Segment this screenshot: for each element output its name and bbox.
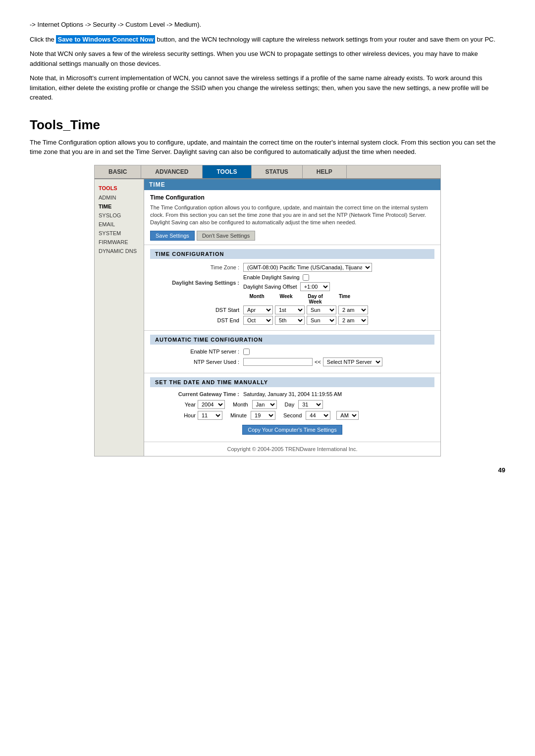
minute-label: Minute	[230, 412, 247, 418]
time-config-header: TIME CONFIGURATION	[150, 249, 434, 259]
nav-tabs: BASIC ADVANCED TOOLS STATUS HELP	[95, 165, 440, 179]
section-title: Tools_Time	[30, 117, 505, 133]
copy-btn-container: Copy Your Computer's Time Settings	[150, 425, 434, 435]
current-time-label: Current Gateway Time :	[150, 391, 239, 397]
settings-buttons: Save Settings Don't Save Settings	[150, 231, 434, 241]
intro-line4: Note that, in Microsoft's current implem…	[30, 73, 505, 102]
sidebar-item-syslog[interactable]: SYSLOG	[95, 211, 144, 220]
enable-ntp-row: Enable NTP server :	[150, 349, 434, 355]
ampm-select[interactable]: AM	[336, 411, 359, 420]
dst-end-week-select[interactable]: 5th	[275, 316, 305, 325]
hour-minute-second-row: Hour 11 Minute 19 Second 44 AM	[156, 411, 434, 420]
year-select[interactable]: 2004	[198, 400, 225, 409]
main-header: TIME	[144, 179, 440, 190]
ntp-server-separator: <<	[315, 359, 321, 365]
sidebar-item-system[interactable]: SYSTEM	[95, 229, 144, 238]
col-time-header: Time	[331, 294, 358, 304]
second-select[interactable]: 44	[306, 411, 330, 420]
tab-basic[interactable]: BASIC	[95, 165, 141, 178]
panel-body: TOOLS ADMIN TIME SYSLOG EMAIL SYSTEM FIR…	[95, 179, 440, 456]
col-week-header: Week	[272, 294, 300, 304]
time-config-section: Time Configuration The Time Configuratio…	[144, 190, 440, 245]
section-description: The Time Configuration option allows you…	[30, 138, 505, 157]
main-content: TIME Time Configuration The Time Configu…	[144, 179, 440, 456]
daylight-offset-row: Daylight Saving Offset +1:00	[243, 282, 330, 291]
year-month-day-row: Year 2004 Month Jan Day 31	[156, 400, 434, 409]
ntp-server-select[interactable]: Select NTP Server	[323, 357, 382, 366]
enable-daylight-row: Enable Daylight Saving	[243, 274, 330, 281]
manual-time-section: SET THE DATE AND TIME MANUALLY Current G…	[144, 373, 440, 442]
timezone-label: Time Zone :	[150, 264, 239, 270]
minute-select[interactable]: 19	[251, 411, 275, 420]
enable-daylight-label: Enable Daylight Saving	[243, 274, 300, 280]
dst-end-row: DST End Oct 5th Sun 2 am	[150, 316, 434, 325]
timezone-row: Time Zone : (GMT-08:00) Pacific Time (US…	[150, 263, 434, 272]
auto-time-section: AUTOMATIC TIME CONFIGURATION Enable NTP …	[144, 331, 440, 373]
sidebar-item-dynamic-dns[interactable]: DYNAMIC DNS	[95, 247, 144, 255]
col-month-header: Month	[243, 294, 270, 304]
dst-end-time-select[interactable]: 2 am	[338, 316, 368, 325]
time-config-desc: The Time Configuration option allows you…	[150, 204, 434, 227]
sidebar-item-firmware[interactable]: FIRMWARE	[95, 238, 144, 247]
daylight-saving-row: Daylight Saving Settings : Enable Daylig…	[150, 274, 434, 291]
day-label: Day	[285, 402, 295, 407]
ntp-server-row: NTP Server Used : << Select NTP Server	[150, 357, 434, 366]
day-select[interactable]: 31	[298, 400, 323, 409]
dst-start-month-select[interactable]: Apr	[243, 305, 273, 314]
intro-line3: Note that WCN only saves a few of the wi…	[30, 49, 505, 68]
copy-time-button[interactable]: Copy Your Computer's Time Settings	[242, 425, 342, 435]
year-label: Year	[156, 402, 196, 407]
timezone-select[interactable]: (GMT-08:00) Pacific Time (US/Canada), Ti…	[243, 263, 372, 272]
dst-start-dow-select[interactable]: Sun	[307, 305, 336, 314]
router-panel: BASIC ADVANCED TOOLS STATUS HELP TOOLS A…	[94, 165, 441, 456]
hour-select[interactable]: 11	[198, 411, 222, 420]
dst-end-month-select[interactable]: Oct	[243, 316, 273, 325]
dst-start-week-select[interactable]: 1st	[275, 305, 305, 314]
dst-col-headers: Month Week Day of Week Time	[243, 294, 434, 304]
daylight-saving-controls: Enable Daylight Saving Daylight Saving O…	[243, 274, 330, 291]
dst-start-label: DST Start	[150, 307, 239, 313]
dst-end-label: DST End	[150, 317, 239, 323]
time-configuration-block: TIME CONFIGURATION Time Zone : (GMT-08:0…	[144, 245, 440, 331]
dst-start-row: DST Start Apr 1st Sun 2 am	[150, 305, 434, 314]
enable-ntp-label: Enable NTP server :	[150, 349, 239, 354]
save-settings-button[interactable]: Save Settings	[150, 231, 195, 241]
sidebar-header: TOOLS	[95, 183, 144, 193]
time-config-subtitle: Time Configuration	[150, 194, 434, 201]
daylight-saving-label: Daylight Saving Settings :	[150, 280, 239, 286]
tab-status[interactable]: STATUS	[252, 165, 303, 178]
dont-save-settings-button[interactable]: Don't Save Settings	[197, 231, 255, 241]
month-label: Month	[233, 402, 248, 407]
month-select[interactable]: Jan	[252, 400, 277, 409]
sidebar-item-time[interactable]: TIME	[95, 202, 144, 211]
current-time-value: Saturday, January 31, 2004 11:19:55 AM	[243, 391, 342, 397]
daylight-offset-label: Daylight Saving Offset	[243, 284, 297, 290]
sidebar-item-email[interactable]: EMAIL	[95, 220, 144, 229]
copyright: Copyright © 2004-2005 TRENDware Internat…	[144, 442, 440, 456]
dst-end-dow-select[interactable]: Sun	[307, 316, 336, 325]
sidebar-item-admin[interactable]: ADMIN	[95, 193, 144, 202]
hour-label: Hour	[156, 412, 196, 418]
tab-tools[interactable]: TOOLS	[203, 165, 251, 178]
tab-help[interactable]: HELP	[303, 165, 347, 178]
ntp-server-label: NTP Server Used :	[150, 359, 239, 365]
manual-header: SET THE DATE AND TIME MANUALLY	[150, 377, 434, 387]
col-dow-header: Day of Week	[302, 294, 329, 304]
ntp-server-input[interactable]	[243, 358, 313, 366]
daylight-offset-select[interactable]: +1:00	[300, 282, 330, 291]
second-label: Second	[283, 412, 302, 418]
enable-daylight-checkbox[interactable]	[303, 274, 309, 281]
auto-config-header: AUTOMATIC TIME CONFIGURATION	[150, 335, 434, 345]
tab-advanced[interactable]: ADVANCED	[141, 165, 203, 178]
enable-ntp-checkbox[interactable]	[243, 349, 250, 355]
sidebar: TOOLS ADMIN TIME SYSLOG EMAIL SYSTEM FIR…	[95, 179, 144, 456]
wcn-button-highlight: Save to Windows Connect Now	[56, 35, 155, 44]
current-time-row: Current Gateway Time : Saturday, January…	[150, 391, 434, 397]
dst-start-time-select[interactable]: 2 am	[338, 305, 368, 314]
intro-line2: Click the Save to Windows Connect Now bu…	[30, 35, 505, 45]
intro-line1: -> Internet Options -> Security -> Custo…	[30, 20, 505, 30]
page-number: 49	[30, 466, 505, 474]
